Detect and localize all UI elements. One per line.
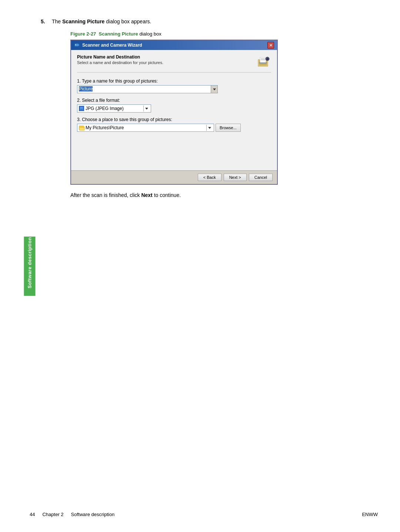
- location-dropdown-arrow: [206, 125, 212, 131]
- sidebar-tab: Software description: [24, 237, 36, 296]
- location-row: My Pictures\Picture Browse...: [77, 124, 271, 132]
- browse-button[interactable]: Browse...: [216, 124, 241, 132]
- next-button[interactable]: Next >: [224, 174, 247, 181]
- svg-rect-9: [259, 63, 267, 63]
- footer-enww: ENWW: [362, 512, 378, 517]
- after-text-prefix: After the scan is finished, click: [70, 192, 141, 198]
- form-section-name: 1. Type a name for this group of picture…: [77, 78, 271, 93]
- dialog-footer: < Back Next > Cancel: [71, 170, 277, 184]
- footer-chapter-title: Software description: [71, 512, 115, 517]
- chevron-down-icon: [213, 88, 216, 90]
- figure-label: Figure 2-27 Scanning Picture dialog box: [70, 31, 378, 37]
- format-row: JPG (JPEG Image): [77, 104, 271, 113]
- footer-chapter: Chapter 2: [42, 512, 63, 517]
- format-dropdown-content: JPG (JPEG Image): [79, 106, 124, 111]
- format-dropdown-arrow: [143, 106, 149, 111]
- folder-icon: [79, 126, 84, 130]
- dialog-close-button[interactable]: ✕: [267, 42, 274, 48]
- location-dropdown[interactable]: My Pictures\Picture: [77, 124, 214, 132]
- chevron-down-icon: [145, 108, 148, 110]
- svg-point-11: [266, 58, 269, 60]
- page-footer: 44 Chapter 2 Software description ENWW: [30, 512, 378, 517]
- name-dropdown-button[interactable]: [211, 85, 218, 93]
- format-value: JPG (JPEG Image): [86, 106, 124, 111]
- svg-rect-15: [80, 109, 83, 110]
- scanner-camera-wizard-dialog: Scanner and Camera Wizard ✕ Picture Name…: [70, 40, 278, 185]
- wizard-title-icon: [74, 42, 80, 48]
- svg-point-2: [75, 44, 76, 45]
- footer-left: 44 Chapter 2 Software description: [30, 512, 114, 517]
- dialog-header-title: Picture Name and Destination: [77, 54, 163, 60]
- step-number: 5.: [41, 19, 52, 24]
- step3-label: 3. Choose a place to save this group of …: [77, 117, 271, 122]
- format-icon: [79, 106, 84, 111]
- back-button[interactable]: < Back: [198, 174, 221, 181]
- dialog-body: Picture Name and Destination Select a na…: [71, 50, 277, 170]
- dialog-wrapper: Scanner and Camera Wizard ✕ Picture Name…: [70, 40, 378, 185]
- dialog-header-text: Picture Name and Destination Select a na…: [77, 54, 163, 65]
- step1-label: 1. Type a name for this group of picture…: [77, 78, 271, 84]
- figure-number: Figure 2-27: [70, 31, 96, 37]
- name-value: Picture: [79, 86, 93, 91]
- scanner-icon: [256, 54, 271, 69]
- svg-rect-1: [79, 44, 79, 46]
- form-section-format: 2. Select a file format:: [77, 98, 271, 113]
- step2-label: 2. Select a file format:: [77, 98, 271, 103]
- step-description: The Scanning Picture dialog box appears.: [52, 19, 151, 24]
- name-input[interactable]: Picture: [77, 85, 211, 93]
- step-bold-text: Scanning Picture: [62, 19, 104, 24]
- location-value: My Pictures\Picture: [86, 125, 124, 130]
- svg-rect-16: [79, 127, 84, 130]
- figure-suffix: dialog box: [138, 31, 161, 37]
- name-input-group[interactable]: Picture: [77, 85, 218, 93]
- figure-title: Scanning Picture: [99, 31, 138, 37]
- step-5-line: 5. The Scanning Picture dialog box appea…: [41, 19, 378, 24]
- after-text-bold: Next: [141, 192, 152, 198]
- dialog-header-section: Picture Name and Destination Select a na…: [77, 54, 271, 73]
- footer-page-num: 44: [30, 512, 35, 517]
- after-text-suffix: to continue.: [153, 192, 181, 198]
- dialog-header-subtitle: Select a name and destination for your p…: [77, 60, 163, 65]
- format-dropdown[interactable]: JPG (JPEG Image): [77, 104, 151, 113]
- dialog-title-text: Scanner and Camera Wizard: [82, 43, 142, 48]
- chevron-down-icon: [208, 127, 211, 129]
- svg-point-12: [267, 58, 267, 59]
- after-scan-text: After the scan is finished, click Next t…: [70, 192, 378, 198]
- form-section-location: 3. Choose a place to save this group of …: [77, 117, 271, 132]
- dialog-titlebar-left: Scanner and Camera Wizard: [74, 42, 142, 48]
- cancel-button[interactable]: Cancel: [249, 174, 273, 181]
- dialog-content-spacer: [77, 136, 271, 166]
- dialog-titlebar: Scanner and Camera Wizard ✕: [71, 40, 277, 50]
- location-dropdown-content: My Pictures\Picture: [79, 125, 124, 130]
